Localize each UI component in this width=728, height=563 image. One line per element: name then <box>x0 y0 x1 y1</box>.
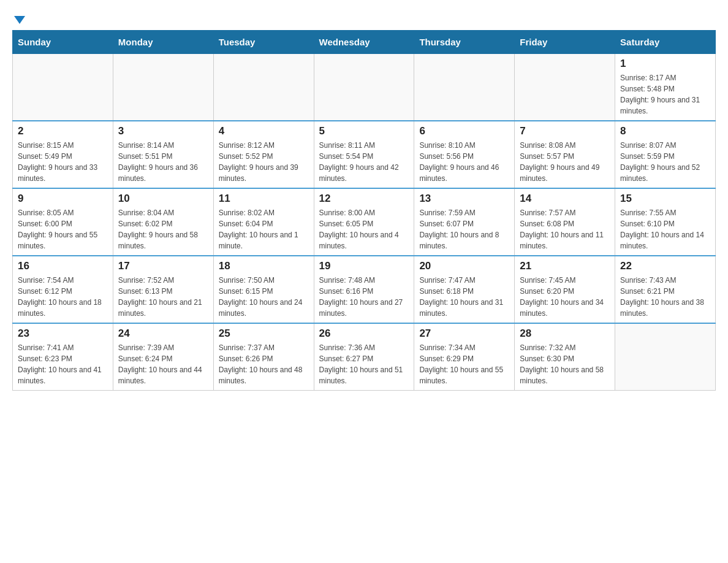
calendar-cell <box>314 54 414 121</box>
calendar-week-3: 9Sunrise: 8:05 AM Sunset: 6:00 PM Daylig… <box>13 188 716 256</box>
calendar-cell: 6Sunrise: 8:10 AM Sunset: 5:56 PM Daylig… <box>414 121 515 188</box>
calendar-cell: 24Sunrise: 7:39 AM Sunset: 6:24 PM Dayli… <box>113 323 213 391</box>
calendar-cell <box>13 54 113 121</box>
calendar-cell: 9Sunrise: 8:05 AM Sunset: 6:00 PM Daylig… <box>13 188 113 256</box>
day-number: 20 <box>419 260 509 272</box>
day-number: 27 <box>419 327 509 340</box>
day-number: 1 <box>620 58 710 70</box>
day-info: Sunrise: 8:11 AM Sunset: 5:54 PM Dayligh… <box>319 140 409 184</box>
calendar-header-friday: Friday <box>515 31 615 54</box>
day-number: 19 <box>319 260 409 272</box>
calendar-cell: 18Sunrise: 7:50 AM Sunset: 6:15 PM Dayli… <box>213 256 314 323</box>
day-number: 12 <box>319 193 409 205</box>
day-info: Sunrise: 8:05 AM Sunset: 6:00 PM Dayligh… <box>18 207 108 251</box>
day-info: Sunrise: 7:52 AM Sunset: 6:13 PM Dayligh… <box>118 275 208 319</box>
day-number: 23 <box>18 327 108 340</box>
calendar-cell: 15Sunrise: 7:55 AM Sunset: 6:10 PM Dayli… <box>615 188 716 256</box>
day-number: 8 <box>620 125 710 137</box>
calendar-cell: 28Sunrise: 7:32 AM Sunset: 6:30 PM Dayli… <box>515 323 615 391</box>
calendar-cell: 16Sunrise: 7:54 AM Sunset: 6:12 PM Dayli… <box>13 256 113 323</box>
day-number: 9 <box>18 193 108 205</box>
calendar-cell: 4Sunrise: 8:12 AM Sunset: 5:52 PM Daylig… <box>213 121 314 188</box>
calendar-header-saturday: Saturday <box>615 31 716 54</box>
calendar-header-monday: Monday <box>113 31 213 54</box>
day-info: Sunrise: 7:43 AM Sunset: 6:21 PM Dayligh… <box>620 275 710 319</box>
calendar-cell: 12Sunrise: 8:00 AM Sunset: 6:05 PM Dayli… <box>314 188 414 256</box>
day-number: 26 <box>319 327 409 340</box>
calendar-cell <box>615 323 716 391</box>
day-number: 5 <box>319 125 409 137</box>
calendar-cell <box>515 54 615 121</box>
calendar-cell: 5Sunrise: 8:11 AM Sunset: 5:54 PM Daylig… <box>314 121 414 188</box>
calendar-cell: 19Sunrise: 7:48 AM Sunset: 6:16 PM Dayli… <box>314 256 414 323</box>
day-number: 7 <box>520 125 610 137</box>
day-info: Sunrise: 7:45 AM Sunset: 6:20 PM Dayligh… <box>520 275 610 319</box>
day-info: Sunrise: 7:32 AM Sunset: 6:30 PM Dayligh… <box>520 342 610 386</box>
day-number: 3 <box>118 125 208 137</box>
calendar-cell <box>213 54 314 121</box>
day-number: 15 <box>620 193 710 205</box>
day-info: Sunrise: 8:15 AM Sunset: 5:49 PM Dayligh… <box>18 140 108 184</box>
day-number: 18 <box>219 260 309 272</box>
day-info: Sunrise: 8:07 AM Sunset: 5:59 PM Dayligh… <box>620 140 710 184</box>
calendar-week-5: 23Sunrise: 7:41 AM Sunset: 6:23 PM Dayli… <box>13 323 716 391</box>
calendar-week-1: 1Sunrise: 8:17 AM Sunset: 5:48 PM Daylig… <box>13 54 716 121</box>
day-number: 10 <box>118 193 208 205</box>
day-info: Sunrise: 7:59 AM Sunset: 6:07 PM Dayligh… <box>419 207 509 251</box>
calendar-cell: 10Sunrise: 8:04 AM Sunset: 6:02 PM Dayli… <box>113 188 213 256</box>
day-info: Sunrise: 7:39 AM Sunset: 6:24 PM Dayligh… <box>118 342 208 386</box>
day-info: Sunrise: 7:37 AM Sunset: 6:26 PM Dayligh… <box>219 342 309 386</box>
calendar-week-2: 2Sunrise: 8:15 AM Sunset: 5:49 PM Daylig… <box>13 121 716 188</box>
calendar-cell: 20Sunrise: 7:47 AM Sunset: 6:18 PM Dayli… <box>414 256 515 323</box>
day-info: Sunrise: 8:12 AM Sunset: 5:52 PM Dayligh… <box>219 140 309 184</box>
day-info: Sunrise: 8:17 AM Sunset: 5:48 PM Dayligh… <box>620 72 710 117</box>
day-number: 11 <box>219 193 309 205</box>
calendar-table: SundayMondayTuesdayWednesdayThursdayFrid… <box>12 30 716 391</box>
day-info: Sunrise: 7:47 AM Sunset: 6:18 PM Dayligh… <box>419 275 509 319</box>
logo-arrow-icon <box>14 16 25 24</box>
day-number: 6 <box>419 125 509 137</box>
day-number: 25 <box>219 327 309 340</box>
day-number: 13 <box>419 193 509 205</box>
day-info: Sunrise: 7:36 AM Sunset: 6:27 PM Dayligh… <box>319 342 409 386</box>
calendar-cell: 2Sunrise: 8:15 AM Sunset: 5:49 PM Daylig… <box>13 121 113 188</box>
calendar-header-sunday: Sunday <box>13 31 113 54</box>
day-info: Sunrise: 8:04 AM Sunset: 6:02 PM Dayligh… <box>118 207 208 251</box>
day-number: 21 <box>520 260 610 272</box>
day-number: 2 <box>18 125 108 137</box>
day-info: Sunrise: 8:14 AM Sunset: 5:51 PM Dayligh… <box>118 140 208 184</box>
day-info: Sunrise: 8:10 AM Sunset: 5:56 PM Dayligh… <box>419 140 509 184</box>
calendar-cell: 23Sunrise: 7:41 AM Sunset: 6:23 PM Dayli… <box>13 323 113 391</box>
calendar-cell: 3Sunrise: 8:14 AM Sunset: 5:51 PM Daylig… <box>113 121 213 188</box>
day-info: Sunrise: 7:50 AM Sunset: 6:15 PM Dayligh… <box>219 275 309 319</box>
day-number: 14 <box>520 193 610 205</box>
day-number: 22 <box>620 260 710 272</box>
day-info: Sunrise: 8:02 AM Sunset: 6:04 PM Dayligh… <box>219 207 309 251</box>
calendar-cell: 1Sunrise: 8:17 AM Sunset: 5:48 PM Daylig… <box>615 54 716 121</box>
day-info: Sunrise: 7:57 AM Sunset: 6:08 PM Dayligh… <box>520 207 610 251</box>
day-info: Sunrise: 7:34 AM Sunset: 6:29 PM Dayligh… <box>419 342 509 386</box>
calendar-cell: 27Sunrise: 7:34 AM Sunset: 6:29 PM Dayli… <box>414 323 515 391</box>
calendar-cell: 13Sunrise: 7:59 AM Sunset: 6:07 PM Dayli… <box>414 188 515 256</box>
calendar-cell: 7Sunrise: 8:08 AM Sunset: 5:57 PM Daylig… <box>515 121 615 188</box>
calendar-week-4: 16Sunrise: 7:54 AM Sunset: 6:12 PM Dayli… <box>13 256 716 323</box>
calendar-cell: 22Sunrise: 7:43 AM Sunset: 6:21 PM Dayli… <box>615 256 716 323</box>
calendar-cell <box>113 54 213 121</box>
page-header <box>12 12 716 24</box>
day-info: Sunrise: 7:55 AM Sunset: 6:10 PM Dayligh… <box>620 207 710 251</box>
calendar-header-row: SundayMondayTuesdayWednesdayThursdayFrid… <box>13 31 716 54</box>
day-info: Sunrise: 7:54 AM Sunset: 6:12 PM Dayligh… <box>18 275 108 319</box>
day-number: 24 <box>118 327 208 340</box>
day-info: Sunrise: 7:41 AM Sunset: 6:23 PM Dayligh… <box>18 342 108 386</box>
day-number: 4 <box>219 125 309 137</box>
calendar-cell: 8Sunrise: 8:07 AM Sunset: 5:59 PM Daylig… <box>615 121 716 188</box>
calendar-cell: 21Sunrise: 7:45 AM Sunset: 6:20 PM Dayli… <box>515 256 615 323</box>
logo <box>12 12 25 24</box>
day-info: Sunrise: 7:48 AM Sunset: 6:16 PM Dayligh… <box>319 275 409 319</box>
calendar-cell <box>414 54 515 121</box>
calendar-cell: 14Sunrise: 7:57 AM Sunset: 6:08 PM Dayli… <box>515 188 615 256</box>
calendar-cell: 17Sunrise: 7:52 AM Sunset: 6:13 PM Dayli… <box>113 256 213 323</box>
calendar-cell: 26Sunrise: 7:36 AM Sunset: 6:27 PM Dayli… <box>314 323 414 391</box>
calendar-cell: 25Sunrise: 7:37 AM Sunset: 6:26 PM Dayli… <box>213 323 314 391</box>
day-info: Sunrise: 8:00 AM Sunset: 6:05 PM Dayligh… <box>319 207 409 251</box>
